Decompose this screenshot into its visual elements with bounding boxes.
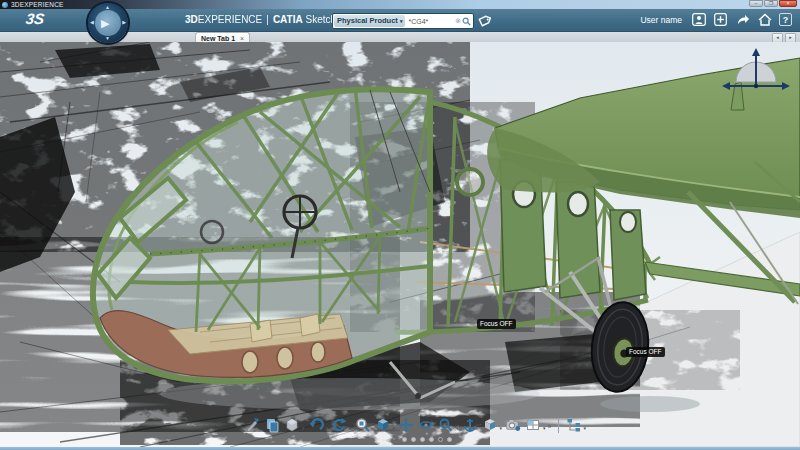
pan-icon[interactable] — [397, 416, 415, 434]
capture-icon[interactable] — [504, 416, 522, 434]
app-header: 3S ▶ ▲ ▼ ◀ ▶ 3DEXPERIENCE|CATIA Sketch T… — [0, 9, 800, 32]
3d-viewport[interactable]: Focus OFF Focus OFF ▾ ▾ ▾ — [0, 42, 800, 447]
fit-all-in-icon[interactable] — [354, 416, 372, 434]
undo-icon[interactable] — [307, 416, 325, 434]
3dexperience-compass[interactable]: ▶ ▲ ▼ ◀ ▶ — [88, 3, 128, 43]
compass-play-icon[interactable]: ▶ — [101, 15, 109, 31]
window-title: 3DEXPERIENCE — [11, 0, 64, 9]
look-at-face-icon[interactable] — [481, 416, 499, 434]
brand-rest: EXPERIENCE — [198, 14, 262, 25]
tab-close-icon[interactable]: × — [240, 35, 244, 42]
chevron-down-icon: ▾ — [400, 18, 403, 24]
search-bar[interactable]: Physical Product ▾ ⊗ — [332, 13, 474, 29]
header-right-group: User name ? — [640, 13, 792, 26]
restore-button[interactable]: ❐ — [764, 0, 778, 7]
close-button[interactable]: × — [779, 0, 797, 7]
user-name-label[interactable]: User name — [640, 15, 682, 25]
zoom-icon[interactable] — [437, 416, 455, 434]
compass-north-arrow-icon[interactable]: ▲ — [105, 5, 110, 10]
dassault-3ds-logo: 3S — [25, 10, 46, 27]
chevron-down-icon[interactable]: ▾ — [302, 425, 305, 431]
focus-annotation[interactable]: Focus OFF — [477, 319, 516, 329]
exit-app-icon[interactable] — [243, 416, 261, 434]
share-icon[interactable] — [735, 13, 750, 26]
compass-west-arrow-icon[interactable]: ◀ — [90, 20, 94, 25]
app-bold: CATIA — [273, 14, 303, 25]
solid-shape-icon[interactable] — [283, 416, 301, 434]
multi-view-icon[interactable] — [524, 416, 542, 434]
chevron-down-icon[interactable]: ▾ — [456, 425, 459, 431]
chevron-down-icon[interactable]: ▾ — [500, 425, 503, 431]
user-profile-icon[interactable] — [691, 13, 706, 26]
add-content-icon[interactable] — [713, 13, 728, 26]
search-scope-dropdown[interactable]: Physical Product ▾ — [334, 15, 405, 27]
brand-bold: 3D — [185, 14, 198, 25]
minimize-button[interactable]: – — [749, 0, 763, 7]
search-icon[interactable] — [462, 17, 471, 26]
chevron-down-icon[interactable]: ▾ — [326, 425, 329, 431]
application-window: 3DEXPERIENCE – ❐ × 3S ▶ ▲ ▼ ◀ ▶ 3DEXPERI… — [0, 0, 800, 450]
app-window-icon — [2, 2, 8, 8]
title-separator: | — [266, 14, 269, 25]
view-toolbar: ▾ ▾ ▾ ▾ ▾ — [243, 416, 586, 434]
window-controls: – ❐ × — [749, 0, 797, 7]
porthole-ring — [457, 169, 483, 195]
toolbar-page-dots[interactable] — [402, 437, 452, 442]
rotate-icon[interactable] — [417, 416, 435, 434]
toolbar-divider — [558, 418, 559, 433]
chevron-down-icon[interactable]: ▾ — [543, 425, 546, 431]
home-icon[interactable] — [757, 13, 772, 26]
specification-tree-icon[interactable] — [565, 416, 583, 434]
help-icon[interactable]: ? — [779, 13, 792, 26]
focus-annotation[interactable]: Focus OFF — [626, 347, 665, 357]
chevron-down-icon[interactable]: ▾ — [349, 425, 352, 431]
chevron-down-icon[interactable]: ▾ — [584, 425, 587, 431]
search-input[interactable] — [406, 18, 455, 25]
iso-view-icon[interactable] — [374, 416, 392, 434]
update-icon[interactable] — [330, 416, 348, 434]
scene-canvas — [0, 42, 800, 447]
wheel-shadow — [600, 396, 700, 412]
clear-search-icon[interactable]: ⊗ — [455, 17, 461, 25]
tab-label: New Tab 1 — [201, 35, 235, 42]
compass-east-arrow-icon[interactable]: ▶ — [122, 20, 126, 25]
chevron-down-icon[interactable]: ▾ — [393, 425, 396, 431]
set-rotation-point-icon[interactable] — [461, 416, 479, 434]
compass-south-arrow-icon[interactable]: ▼ — [105, 36, 110, 41]
toolbar-overflow-icon[interactable]: » — [548, 423, 552, 430]
paste-icon[interactable] — [263, 416, 281, 434]
tag-icon[interactable] — [478, 15, 491, 27]
